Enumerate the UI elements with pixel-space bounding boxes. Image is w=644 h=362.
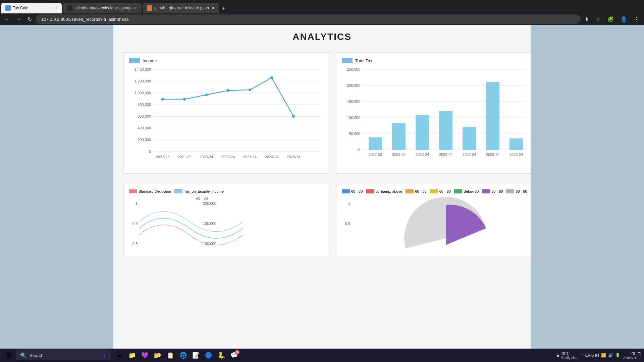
tab-bar: Tax Calc ✕ asimthaha/tax-calculator-djan… [0, 0, 644, 13]
svg-rect-48 [509, 138, 523, 150]
svg-text:1: 1 [348, 201, 350, 205]
tab-icon-git-error [147, 5, 152, 11]
legend-below-60: Below 60 [454, 189, 479, 193]
taskbar-app-chrome[interactable]: 🌐 [177, 349, 189, 361]
taskbar-app-teams[interactable]: 💜 [139, 349, 151, 361]
legend-label-60-80-yellow: 60 - 80 [439, 189, 451, 193]
bookmark-button[interactable]: ☆ [594, 15, 602, 23]
legend-label-below-60: Below 60 [464, 189, 479, 193]
svg-text:2021-22: 2021-22 [392, 153, 406, 157]
income-legend-color [129, 58, 140, 63]
svg-text:0: 0 [358, 148, 360, 152]
svg-rect-43 [392, 123, 406, 150]
svg-text:0.8: 0.8 [132, 242, 138, 246]
svg-point-17 [183, 98, 186, 101]
address-bar[interactable]: 127.0.0.1:8000/saved_records?id=asimthah… [36, 14, 581, 24]
taskbar: ⊞ 🔍 Search B 🌤 📁 💜 📂 📋 🌐 📝 🔵 🐍 💬 16 🌤 28… [0, 349, 644, 362]
weather-icon: 🌤 [555, 353, 559, 358]
taskbar-app-file-manager[interactable]: 📂 [152, 349, 164, 361]
svg-text:2022-23: 2022-23 [369, 153, 382, 157]
menu-button[interactable]: ⋮ [632, 15, 641, 23]
bottom-charts-row: Standard Deduction Tax_on_taxable_income… [123, 184, 521, 257]
svg-text:150,000: 150,000 [347, 100, 360, 104]
profile-button[interactable]: 👤 [619, 15, 629, 23]
taskbar-app-edge[interactable]: 🔵 [203, 349, 215, 361]
svg-point-19 [227, 89, 229, 92]
svg-text:1,400,000: 1,400,000 [135, 67, 151, 71]
tab-github-django[interactable]: asimthaha/tax-calculator-django ✕ [63, 3, 142, 13]
svg-text:2023-24: 2023-24 [287, 155, 300, 159]
svg-text:600,000: 600,000 [138, 114, 151, 118]
bing-icon: B [104, 353, 107, 358]
weather-widget: 🌤 28°C Mostly clear [555, 351, 579, 360]
tab-close-tax[interactable]: ✕ [54, 5, 58, 11]
taskbar-app-vscode[interactable]: 📝 [190, 349, 202, 361]
svg-text:2023-24: 2023-24 [200, 155, 213, 159]
svg-text:400,000: 400,000 [138, 126, 151, 130]
svg-text:2023-24: 2023-24 [509, 153, 523, 157]
svg-text:2023-24: 2023-24 [439, 153, 452, 157]
taskbar-app-shortcut[interactable]: 📋 [164, 349, 176, 361]
legend-label-60-80-gray: 60 - 80 [516, 189, 527, 193]
taskbar-app-widgets[interactable]: 🌤 [113, 349, 125, 361]
svg-text:800,000: 800,000 [138, 103, 151, 107]
legend-60-80-orange: 60 - 80 [406, 189, 426, 193]
svg-text:1,200,000: 1,200,000 [135, 79, 151, 83]
tax-on-taxable-color [174, 189, 182, 193]
start-button[interactable]: ⊞ [3, 349, 15, 361]
svg-point-18 [205, 94, 208, 96]
page-title: ANALYTICS [123, 32, 521, 42]
reload-button[interactable]: ↻ [25, 15, 34, 24]
new-tab-button[interactable]: + [219, 4, 228, 13]
tab-icon-tax [5, 5, 11, 11]
tray-arrow[interactable]: ^ [581, 353, 583, 358]
notification-badge: 16 [235, 350, 239, 355]
svg-text:2023-24: 2023-24 [265, 155, 278, 159]
legend-60-80-gray: 60 - 80 [506, 189, 527, 193]
taskbar-app-chat[interactable]: 💬 16 [228, 349, 240, 361]
bottom-right-chart-container: 60 - 80 80 &amp; above 60 - 80 60 - 80 [336, 184, 531, 257]
legend-color-orange [406, 189, 414, 193]
clock-time: 23:21 [623, 351, 641, 356]
income-legend-label: Income [143, 58, 157, 63]
svg-text:2023-24: 2023-24 [221, 155, 235, 159]
lang-indicator: ENG IN [585, 353, 599, 358]
address-bar-row: ← → ↻ 127.0.0.1:8000/saved_records?id=as… [0, 13, 644, 25]
taskbar-app-pycharm[interactable]: 🐍 [215, 349, 227, 361]
taskbar-search-text: Search [30, 353, 43, 358]
legend-label-60-80-orange: 60 - 80 [415, 189, 426, 193]
share-button[interactable]: ⬆ [583, 15, 591, 23]
tab-close-github[interactable]: ✕ [133, 5, 138, 11]
legend-color-gray [506, 189, 514, 193]
back-button[interactable]: ← [3, 15, 12, 23]
system-tray: ^ ENG IN 📶 🔊 🔋 [581, 353, 620, 358]
svg-text:2022-23: 2022-23 [156, 155, 169, 159]
svg-text:0.9: 0.9 [132, 222, 138, 226]
svg-rect-42 [369, 137, 382, 150]
taskbar-app-files[interactable]: 📁 [126, 349, 138, 361]
svg-text:200,000: 200,000 [347, 83, 360, 87]
forward-button[interactable]: → [14, 15, 23, 23]
tax-chart-legend: Total Tax [342, 58, 530, 63]
svg-point-20 [249, 88, 251, 91]
bottom-right-legend: 60 - 80 80 &amp; above 60 - 80 60 - 80 [342, 189, 531, 193]
svg-text:0: 0 [149, 149, 151, 154]
total-tax-legend-color [342, 58, 353, 63]
tab-git-error[interactable]: github - git error: failed to push ✕ [143, 3, 219, 13]
bottom-right-chart: 1 0.9 [342, 195, 531, 250]
svg-text:1,000,000: 1,000,000 [135, 91, 151, 95]
svg-text:2023-24: 2023-24 [463, 153, 476, 157]
svg-point-16 [161, 98, 164, 101]
taskbar-search-bar[interactable]: 🔍 Search B [16, 350, 111, 360]
legend-color-blue [342, 189, 350, 193]
top-charts-row: Income 1,400,000 1,200,000 1,000,000 [123, 52, 521, 174]
svg-text:250,000: 250,000 [347, 67, 360, 71]
legend-label-60-80-blue: 60 - 80 [351, 189, 363, 193]
svg-rect-46 [463, 127, 476, 150]
battery-icon: 🔋 [615, 353, 620, 358]
std-deduction-label: Standard Deduction [139, 189, 171, 193]
extensions-button[interactable]: 🧩 [605, 15, 616, 23]
tab-close-git-error[interactable]: ✕ [211, 5, 215, 11]
tab-icon-github [67, 5, 72, 11]
tab-tax-calc[interactable]: Tax Calc ✕ [1, 3, 62, 13]
